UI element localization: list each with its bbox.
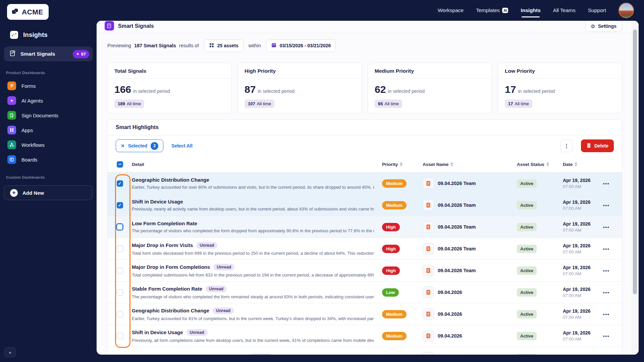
sign-documents-icon	[7, 111, 16, 120]
column-asset-name[interactable]: Asset Name	[423, 162, 517, 167]
row-checkbox[interactable]	[117, 289, 123, 296]
row-checkbox[interactable]	[117, 246, 123, 252]
priority-badge: High	[382, 266, 400, 275]
scrollbar-track[interactable]	[631, 21, 639, 355]
row-title[interactable]: Major Drop in Form Visits	[132, 242, 193, 248]
row-actions-button[interactable]: •••	[603, 290, 610, 295]
row-checkbox[interactable]	[117, 267, 123, 274]
asset-icon	[423, 178, 434, 189]
row-actions-button[interactable]: •••	[603, 203, 610, 208]
sort-icon	[400, 162, 402, 166]
row-checkbox[interactable]	[117, 333, 123, 339]
row-title[interactable]: Stable Form Completion Rate	[132, 286, 202, 292]
row-time: 07:00 AM	[563, 315, 603, 320]
apps-icon	[7, 126, 16, 134]
row-actions-button[interactable]: •••	[603, 334, 610, 339]
row-checkbox[interactable]	[116, 223, 123, 231]
nav-templates[interactable]: Templates AI	[476, 7, 508, 13]
sparkle-icon: ✦	[76, 52, 79, 56]
scrollbar-thumb[interactable]	[633, 29, 637, 294]
row-checkbox[interactable]	[117, 355, 123, 355]
table-row[interactable]: Low Form Completion Rate The percentage …	[108, 216, 622, 238]
row-actions-button[interactable]: •••	[603, 246, 610, 251]
unread-badge: Unread	[213, 307, 234, 314]
table-row[interactable]: Geographic Distribution ChangeUnread Ear…	[108, 303, 622, 325]
asset-icon	[423, 287, 434, 298]
priority-badge: High	[382, 223, 400, 231]
assets-filter-button[interactable]: 25 assets	[204, 39, 244, 52]
sidebar-item-label: Smart Signals	[20, 51, 68, 57]
row-actions-button[interactable]: •••	[603, 268, 610, 273]
main-panel: Smart Signals ⚙ Settings Previewing 187 …	[97, 21, 639, 355]
unread-badge: Unread	[213, 264, 234, 270]
row-title[interactable]: Low Form Completion Rate	[132, 221, 197, 226]
close-icon: ✕	[121, 143, 125, 148]
table-row[interactable]: ✓ Geographic Distribution Change Earlier…	[108, 173, 622, 194]
table-row[interactable]: Stable Form Completion RateUnread The pe…	[108, 282, 622, 303]
asset-name: 09.04.2026	[438, 333, 462, 339]
status-badge: Active	[517, 223, 537, 231]
nav-insights[interactable]: Insights	[521, 7, 540, 13]
status-badge: Active	[517, 179, 537, 188]
clear-selection-button[interactable]: ✕ Selected 2	[116, 139, 163, 152]
row-actions-button[interactable]: •••	[603, 225, 610, 230]
status-badge: Active	[517, 266, 537, 275]
sidebar-item-ai-agents[interactable]: ✦ AI Agents	[0, 93, 97, 108]
row-description: Earlier, Turkey accounted for over 80% o…	[132, 185, 374, 190]
brand-name: ACME	[22, 8, 43, 16]
settings-button[interactable]: ⚙ Settings	[585, 21, 622, 32]
status-badge: Active	[517, 201, 537, 209]
acme-logo[interactable]: ACME	[7, 4, 49, 20]
stat-cards: Total Signals 166in selected period 189A…	[107, 63, 622, 113]
table-row[interactable]: Significant Drop in Form Visits and Comp…	[108, 347, 622, 355]
priority-badge: Medium	[382, 310, 407, 318]
select-all-link[interactable]: Select All	[171, 143, 193, 148]
calendar-icon	[271, 42, 277, 49]
row-description: Total completed submissions fell from 63…	[132, 273, 374, 278]
sidebar-item-sign-documents[interactable]: Sign Documents	[0, 108, 97, 123]
date-range-button[interactable]: 03/15/2026 - 03/21/2026	[266, 39, 336, 52]
avatar[interactable]	[619, 3, 634, 18]
column-priority[interactable]: Priority	[382, 162, 423, 167]
sidebar-item-boards[interactable]: Boards	[0, 152, 97, 167]
column-asset-status[interactable]: Asset Status	[517, 162, 563, 167]
row-date: Apr 19, 2026	[563, 308, 603, 314]
row-description: The percentage of visitors who completed…	[132, 294, 374, 299]
priority-badge: Medium	[382, 179, 407, 188]
table-row[interactable]: ✓ Shift in Device Usage Previously, near…	[108, 194, 622, 216]
preview-within: within	[249, 43, 261, 48]
sidebar-item-forms[interactable]: Forms	[0, 78, 97, 93]
row-title[interactable]: Geographic Distribution Change	[132, 177, 209, 183]
table-row[interactable]: Shift in Device UsageUnread Previously, …	[108, 325, 622, 347]
row-checkbox[interactable]	[117, 311, 123, 317]
sidebar-item-apps[interactable]: Apps	[0, 123, 97, 137]
row-actions-button[interactable]: •••	[603, 181, 610, 186]
row-description: Previously, nearly all activity came fro…	[132, 206, 374, 212]
more-options-button[interactable]: ⋮	[560, 139, 573, 152]
sidebar-item-smart-signals[interactable]: Smart Signals ✦ 97	[4, 47, 93, 61]
row-checkbox[interactable]: ✓	[117, 180, 123, 187]
alltime-badge: 107All time	[245, 100, 274, 108]
column-date[interactable]: Date	[563, 162, 603, 167]
sidebar-item-workflows[interactable]: Workflows	[0, 137, 97, 152]
unread-badge: Unread	[186, 329, 208, 336]
top-navigation: Workspace Templates AI Insights All Team…	[97, 0, 639, 21]
table-row[interactable]: Major Drop in Form VisitsUnread Total fo…	[108, 238, 622, 260]
selected-count-badge: 2	[151, 142, 158, 150]
nav-workspace[interactable]: Workspace	[438, 7, 464, 13]
row-title[interactable]: Geographic Distribution Change	[132, 308, 209, 313]
delete-button[interactable]: Delete	[581, 139, 614, 152]
page-title: Smart Signals	[118, 23, 154, 29]
row-actions-button[interactable]: •••	[603, 312, 610, 317]
row-title[interactable]: Shift in Device Usage	[132, 329, 183, 335]
row-title[interactable]: Significant Drop in Form Visits and Comp…	[132, 354, 248, 355]
nav-all-teams[interactable]: All Teams	[553, 7, 576, 13]
table-row[interactable]: Major Drop in Form CompletionsUnread Tot…	[108, 260, 622, 282]
nav-support[interactable]: Support	[588, 7, 606, 13]
row-title[interactable]: Shift in Device Usage	[132, 199, 183, 204]
sidebar-collapse-button[interactable]: «	[4, 347, 16, 357]
add-new-button[interactable]: + Add New	[4, 185, 93, 200]
row-title[interactable]: Major Drop in Form Completions	[132, 264, 210, 270]
row-checkbox[interactable]: ✓	[117, 202, 123, 208]
select-all-checkbox[interactable]	[117, 161, 123, 168]
